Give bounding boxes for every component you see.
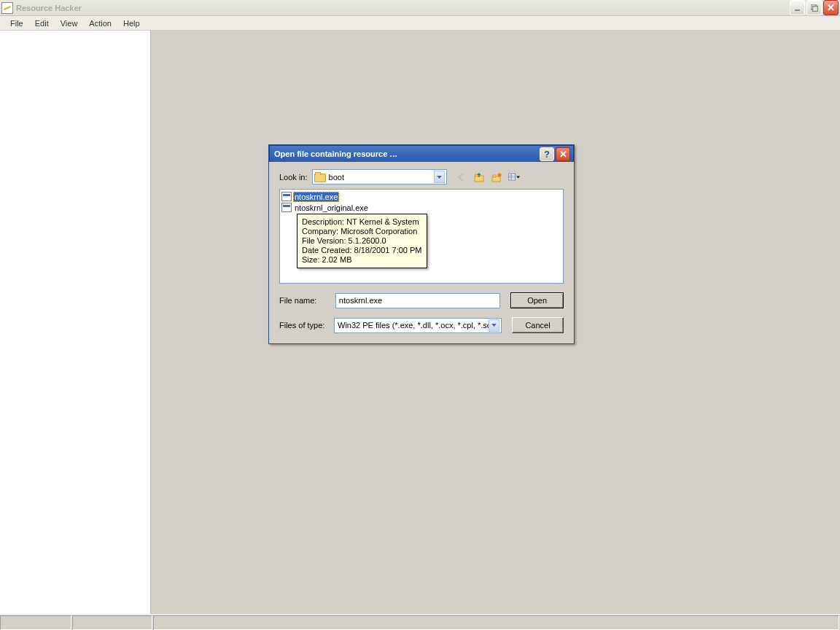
dialog-close-button[interactable]: ✕ (556, 147, 570, 161)
file-name: ntoskrnl.exe (293, 192, 339, 202)
back-icon[interactable] (454, 170, 469, 184)
minimize-button[interactable] (790, 0, 805, 15)
open-button[interactable]: Open (510, 292, 564, 308)
file-type-value: Win32 PE files (*.exe, *.dll, *.ocx, *.c… (338, 321, 489, 330)
tooltip-description: Description: NT Kernel & System (302, 217, 422, 227)
status-cell-1 (0, 615, 71, 630)
file-item[interactable]: ntoskrnl_original.exe (281, 202, 561, 213)
svg-rect-2 (812, 6, 817, 11)
file-name-input[interactable] (335, 293, 500, 308)
tooltip-company: Company: Microsoft Corporation (302, 227, 422, 236)
menubar: File Edit View Action Help (0, 16, 840, 31)
view-menu-icon[interactable] (507, 170, 521, 184)
svg-marker-17 (491, 324, 497, 327)
statusbar (0, 614, 840, 630)
dialog-title: Open file containing resource … (273, 149, 540, 158)
dialog-help-button[interactable]: ? (540, 147, 554, 161)
look-in-label: Look in: (279, 173, 308, 182)
exe-file-icon (281, 203, 292, 212)
status-cell-2 (72, 615, 152, 630)
menu-action[interactable]: Action (83, 18, 117, 29)
status-cell-3 (153, 615, 839, 630)
look-in-combo[interactable]: boot (312, 169, 447, 184)
chevron-down-icon[interactable] (434, 171, 445, 183)
file-type-label: Files of type: (279, 321, 328, 330)
main-title: Resource Hacker (16, 4, 790, 12)
app-icon (1, 2, 13, 14)
svg-rect-7 (493, 175, 496, 177)
new-folder-icon[interactable] (489, 170, 504, 184)
menu-help[interactable]: Help (117, 18, 146, 29)
menu-file[interactable]: File (4, 18, 29, 29)
maximize-button[interactable] (806, 0, 822, 15)
svg-marker-16 (516, 176, 520, 178)
up-one-level-icon[interactable] (472, 170, 486, 184)
svg-rect-0 (795, 9, 800, 11)
file-list[interactable]: ntoskrnl.exe ntoskrnl_original.exe Descr… (279, 189, 564, 284)
dialog-titlebar[interactable]: Open file containing resource … ? ✕ (269, 145, 574, 162)
cancel-button[interactable]: Cancel (512, 317, 564, 333)
file-name: ntoskrnl_original.exe (293, 203, 370, 212)
file-tooltip: Description: NT Kernel & System Company:… (297, 214, 427, 268)
tooltip-size: Size: 2.02 MB (302, 255, 422, 265)
svg-rect-12 (508, 174, 515, 180)
svg-marker-3 (437, 176, 442, 179)
tooltip-date: Date Created: 8/18/2001 7:00 PM (302, 246, 422, 255)
chevron-down-icon[interactable] (489, 319, 499, 332)
file-item-selected[interactable]: ntoskrnl.exe (281, 191, 561, 202)
file-type-combo[interactable]: Win32 PE files (*.exe, *.dll, *.ocx, *.c… (334, 318, 502, 333)
exe-file-icon (281, 192, 292, 201)
menu-edit[interactable]: Edit (29, 18, 55, 29)
tooltip-version: File Version: 5.1.2600.0 (302, 236, 422, 246)
close-button[interactable]: ✕ (823, 0, 839, 15)
menu-view[interactable]: View (55, 18, 84, 29)
tree-panel[interactable] (0, 31, 151, 614)
open-file-dialog: Open file containing resource … ? ✕ Look… (268, 144, 575, 344)
main-titlebar: Resource Hacker ✕ (0, 0, 840, 16)
look-in-value: boot (329, 173, 344, 182)
file-name-label: File name: (279, 296, 330, 305)
folder-icon (314, 172, 326, 182)
